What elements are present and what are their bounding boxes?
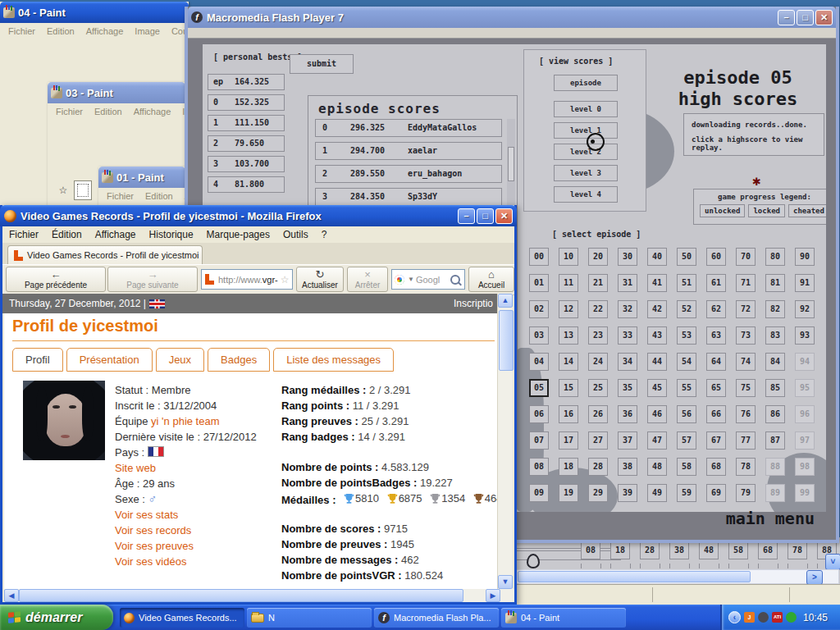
episode-cell[interactable]: 83 bbox=[765, 326, 785, 345]
episode-cell[interactable]: 21 bbox=[588, 274, 608, 292]
menu-item[interactable]: Edition bbox=[42, 26, 80, 36]
episode-cell[interactable]: 64 bbox=[706, 353, 726, 371]
episode-cell[interactable]: 65 bbox=[706, 379, 726, 397]
episode-cell[interactable]: 08 bbox=[581, 541, 600, 559]
episode-cell[interactable]: 59 bbox=[677, 484, 696, 502]
episode-cell[interactable]: 99 bbox=[795, 484, 815, 502]
episode-cell[interactable]: 60 bbox=[706, 248, 726, 266]
taskbar-button-paint[interactable]: 04 - Paint bbox=[501, 608, 626, 628]
episode-cell[interactable]: 57 bbox=[677, 431, 696, 450]
menu-item[interactable]: Historique bbox=[143, 229, 200, 240]
color-picker-icon[interactable] bbox=[3, 139, 21, 159]
episode-cell[interactable]: 38 bbox=[669, 541, 689, 559]
episode-cell[interactable]: 68 bbox=[758, 541, 778, 559]
episode-cell[interactable]: 52 bbox=[677, 300, 696, 318]
episode-cell[interactable]: 32 bbox=[618, 300, 637, 318]
scroll-down-button[interactable]: ˅ bbox=[825, 554, 840, 570]
brush-icon[interactable] bbox=[23, 161, 41, 180]
episode-score-row[interactable]: 1294.700xaelar bbox=[315, 142, 502, 160]
episode-cell[interactable]: 78 bbox=[736, 458, 756, 476]
scroll-right-button[interactable]: > bbox=[806, 570, 823, 585]
episode-cell[interactable]: 02 bbox=[529, 300, 549, 318]
episode-cell[interactable]: 44 bbox=[647, 353, 667, 371]
episode-cell[interactable]: 66 bbox=[706, 405, 726, 423]
episode-cell[interactable]: 86 bbox=[765, 405, 785, 423]
episode-cell[interactable]: 18 bbox=[610, 541, 630, 559]
profile-tab[interactable]: Présentation bbox=[66, 348, 153, 372]
episode-cell[interactable]: 41 bbox=[647, 274, 667, 292]
view-scores-button[interactable]: level 3 bbox=[554, 165, 618, 181]
scroll-down-button[interactable]: ▼ bbox=[498, 575, 513, 589]
episode-cell[interactable]: 79 bbox=[736, 484, 756, 502]
back-button[interactable]: ← Page précédente bbox=[6, 267, 106, 292]
episode-cell[interactable]: 75 bbox=[736, 379, 756, 397]
episode-cell[interactable]: 22 bbox=[588, 300, 608, 318]
episode-cell[interactable]: 90 bbox=[795, 248, 815, 266]
episode-cell[interactable]: 81 bbox=[765, 274, 785, 292]
rect-select-icon[interactable] bbox=[74, 180, 92, 200]
episode-cell[interactable]: 50 bbox=[677, 248, 696, 266]
profile-action-link[interactable]: Voir ses stats bbox=[115, 509, 178, 521]
episode-cell[interactable]: 88 bbox=[765, 458, 785, 476]
episode-cell[interactable]: 85 bbox=[765, 379, 785, 397]
profile-action-link[interactable]: Voir ses preuves bbox=[115, 540, 194, 552]
episode-cell[interactable]: 27 bbox=[588, 431, 608, 450]
submit-button[interactable]: submit bbox=[290, 54, 354, 74]
episode-cell[interactable]: 76 bbox=[736, 405, 756, 423]
horizontal-scrollbar-thumb[interactable] bbox=[518, 571, 751, 582]
vertical-scrollbar[interactable]: ▲ ▼ bbox=[497, 294, 513, 589]
paint04-titlebar[interactable]: 04 - Paint bbox=[0, 2, 189, 23]
maximize-button[interactable]: □ bbox=[477, 208, 494, 224]
episode-cell[interactable]: 51 bbox=[677, 274, 696, 292]
episode-cell[interactable]: 98 bbox=[795, 458, 815, 476]
menu-item[interactable]: Fichier bbox=[2, 229, 45, 240]
episode-cell[interactable]: 94 bbox=[795, 353, 815, 371]
menu-item[interactable]: Edition bbox=[89, 107, 127, 116]
episode-score-row[interactable]: 3284.350Sp33dY bbox=[315, 188, 502, 206]
menu-item[interactable]: Édition bbox=[45, 229, 89, 240]
episode-cell[interactable]: 19 bbox=[559, 484, 578, 502]
menu-item[interactable]: Fichier bbox=[102, 191, 139, 201]
episode-cell[interactable]: 40 bbox=[647, 248, 667, 266]
episode-cell[interactable]: 33 bbox=[618, 326, 637, 345]
episode-cell[interactable]: 35 bbox=[618, 379, 637, 397]
home-button[interactable]: ⌂ Accueil bbox=[468, 267, 514, 292]
episode-cell[interactable]: 72 bbox=[736, 300, 756, 318]
episode-cell[interactable]: 26 bbox=[588, 405, 608, 423]
episode-cell[interactable]: 24 bbox=[588, 353, 608, 371]
scroll-right-button[interactable]: ▶ bbox=[486, 589, 500, 602]
team-link[interactable]: yi 'n phie team bbox=[151, 415, 219, 427]
episode-cell[interactable]: 53 bbox=[677, 326, 696, 345]
episode-cell[interactable]: 05 bbox=[529, 379, 549, 397]
menu-item[interactable]: Marque-pages bbox=[200, 229, 276, 240]
episode-cell[interactable]: 34 bbox=[618, 353, 637, 371]
episode-cell[interactable]: 28 bbox=[588, 458, 608, 476]
magnifier-icon[interactable] bbox=[23, 139, 41, 159]
episode-cell[interactable]: 11 bbox=[559, 274, 578, 292]
view-scores-button[interactable]: level 0 bbox=[554, 101, 618, 117]
scrollbar-thumb[interactable] bbox=[508, 147, 514, 181]
profile-tab[interactable]: Profil bbox=[12, 348, 63, 372]
menu-item[interactable]: Fichier bbox=[51, 107, 88, 116]
episode-cell[interactable]: 31 bbox=[618, 274, 637, 292]
forward-button[interactable]: → Page suivante bbox=[107, 267, 198, 292]
eraser-icon[interactable] bbox=[3, 118, 21, 138]
maximize-button[interactable]: □ bbox=[797, 10, 814, 25]
view-scores-button[interactable]: level 1 bbox=[554, 122, 618, 139]
episode-cell[interactable]: 16 bbox=[559, 405, 578, 423]
episode-cell[interactable]: 18 bbox=[559, 458, 578, 476]
episode-cell[interactable]: 29 bbox=[588, 484, 608, 502]
episode-cell[interactable]: 25 bbox=[588, 379, 608, 397]
episode-cell[interactable]: 62 bbox=[706, 300, 726, 318]
ati-tray-icon[interactable]: ATI bbox=[772, 612, 783, 623]
episode-cell[interactable]: 89 bbox=[765, 484, 785, 502]
profile-tab[interactable]: Badges bbox=[208, 348, 270, 372]
episode-cell[interactable]: 84 bbox=[765, 353, 785, 371]
profile-tab[interactable]: Liste des messages bbox=[273, 348, 394, 372]
episode-cell[interactable]: 48 bbox=[699, 541, 719, 559]
browser-tab[interactable]: Video Games Records - Profil de yicestmo… bbox=[7, 245, 203, 264]
view-scores-button[interactable]: episode bbox=[554, 75, 618, 91]
episode-cell[interactable]: 30 bbox=[618, 248, 637, 266]
taskbar-button-firefox[interactable]: Video Games Records... bbox=[120, 608, 244, 628]
search-engine-dropdown-icon[interactable]: ▼ bbox=[408, 276, 414, 283]
